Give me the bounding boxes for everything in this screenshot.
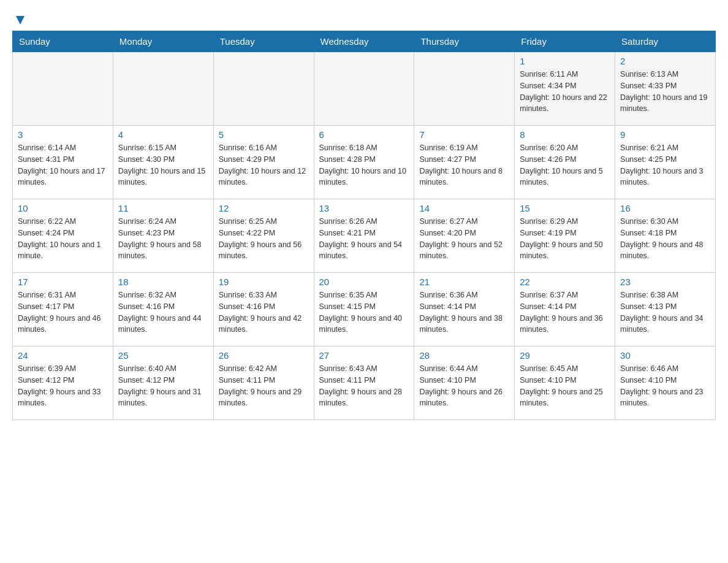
- day-number: 25: [118, 350, 208, 361]
- day-info: Sunrise: 6:21 AM Sunset: 4:25 PM Dayligh…: [620, 142, 710, 188]
- day-number: 10: [18, 203, 108, 213]
- day-info: Sunrise: 6:22 AM Sunset: 4:24 PM Dayligh…: [18, 216, 108, 262]
- day-number: 30: [620, 350, 710, 361]
- page-header: [12, 12, 716, 25]
- day-info: Sunrise: 6:25 AM Sunset: 4:22 PM Dayligh…: [219, 216, 309, 262]
- calendar-week-row: 10Sunrise: 6:22 AM Sunset: 4:24 PM Dayli…: [13, 199, 716, 273]
- day-info: Sunrise: 6:18 AM Sunset: 4:28 PM Dayligh…: [319, 142, 409, 188]
- calendar-cell: 19Sunrise: 6:33 AM Sunset: 4:16 PM Dayli…: [213, 273, 314, 347]
- day-info: Sunrise: 6:37 AM Sunset: 4:14 PM Dayligh…: [520, 289, 610, 335]
- day-info: Sunrise: 6:19 AM Sunset: 4:27 PM Dayligh…: [419, 142, 509, 188]
- weekday-header-saturday: Saturday: [615, 31, 716, 52]
- calendar-cell: 3Sunrise: 6:14 AM Sunset: 4:31 PM Daylig…: [13, 126, 113, 199]
- day-number: 2: [620, 56, 710, 66]
- day-number: 19: [219, 277, 309, 287]
- day-number: 7: [419, 129, 509, 140]
- day-info: Sunrise: 6:38 AM Sunset: 4:13 PM Dayligh…: [620, 289, 710, 335]
- calendar-cell: [314, 52, 414, 126]
- day-info: Sunrise: 6:43 AM Sunset: 4:11 PM Dayligh…: [319, 363, 409, 409]
- day-number: 14: [419, 203, 509, 213]
- weekday-header-monday: Monday: [113, 31, 213, 52]
- calendar-week-row: 3Sunrise: 6:14 AM Sunset: 4:31 PM Daylig…: [13, 126, 716, 199]
- day-info: Sunrise: 6:33 AM Sunset: 4:16 PM Dayligh…: [219, 289, 309, 335]
- calendar-cell: 6Sunrise: 6:18 AM Sunset: 4:28 PM Daylig…: [314, 126, 414, 199]
- calendar-cell: 18Sunrise: 6:32 AM Sunset: 4:16 PM Dayli…: [113, 273, 213, 347]
- calendar-cell: 29Sunrise: 6:45 AM Sunset: 4:10 PM Dayli…: [515, 347, 615, 420]
- calendar-week-row: 17Sunrise: 6:31 AM Sunset: 4:17 PM Dayli…: [13, 273, 716, 347]
- calendar-cell: [414, 52, 515, 126]
- calendar-cell: 12Sunrise: 6:25 AM Sunset: 4:22 PM Dayli…: [213, 199, 314, 273]
- day-info: Sunrise: 6:42 AM Sunset: 4:11 PM Dayligh…: [219, 363, 309, 409]
- day-number: 5: [219, 129, 309, 140]
- day-number: 18: [118, 277, 208, 287]
- day-number: 27: [319, 350, 409, 361]
- day-info: Sunrise: 6:40 AM Sunset: 4:12 PM Dayligh…: [118, 363, 208, 409]
- calendar-cell: 26Sunrise: 6:42 AM Sunset: 4:11 PM Dayli…: [213, 347, 314, 420]
- day-info: Sunrise: 6:44 AM Sunset: 4:10 PM Dayligh…: [419, 363, 509, 409]
- day-info: Sunrise: 6:39 AM Sunset: 4:12 PM Dayligh…: [18, 363, 108, 409]
- calendar-cell: 14Sunrise: 6:27 AM Sunset: 4:20 PM Dayli…: [414, 199, 515, 273]
- day-info: Sunrise: 6:30 AM Sunset: 4:18 PM Dayligh…: [620, 216, 710, 262]
- logo-arrow-icon: [13, 13, 27, 27]
- calendar-cell: 24Sunrise: 6:39 AM Sunset: 4:12 PM Dayli…: [13, 347, 113, 420]
- day-info: Sunrise: 6:35 AM Sunset: 4:15 PM Dayligh…: [319, 289, 409, 335]
- calendar-cell: 20Sunrise: 6:35 AM Sunset: 4:15 PM Dayli…: [314, 273, 414, 347]
- day-number: 9: [620, 129, 710, 140]
- calendar-table: SundayMondayTuesdayWednesdayThursdayFrid…: [12, 31, 716, 420]
- day-info: Sunrise: 6:14 AM Sunset: 4:31 PM Dayligh…: [18, 142, 108, 188]
- calendar-cell: 28Sunrise: 6:44 AM Sunset: 4:10 PM Dayli…: [414, 347, 515, 420]
- weekday-header-tuesday: Tuesday: [213, 31, 314, 52]
- day-number: 17: [18, 277, 108, 287]
- calendar-cell: 25Sunrise: 6:40 AM Sunset: 4:12 PM Dayli…: [113, 347, 213, 420]
- calendar-cell: 27Sunrise: 6:43 AM Sunset: 4:11 PM Dayli…: [314, 347, 414, 420]
- day-number: 6: [319, 129, 409, 140]
- logo: [12, 12, 27, 25]
- day-info: Sunrise: 6:13 AM Sunset: 4:33 PM Dayligh…: [620, 69, 710, 115]
- calendar-cell: 7Sunrise: 6:19 AM Sunset: 4:27 PM Daylig…: [414, 126, 515, 199]
- day-number: 28: [419, 350, 509, 361]
- calendar-cell: 9Sunrise: 6:21 AM Sunset: 4:25 PM Daylig…: [615, 126, 716, 199]
- calendar-cell: 13Sunrise: 6:26 AM Sunset: 4:21 PM Dayli…: [314, 199, 414, 273]
- day-number: 3: [18, 129, 108, 140]
- calendar-header-row: SundayMondayTuesdayWednesdayThursdayFrid…: [13, 31, 716, 52]
- calendar-cell: 1Sunrise: 6:11 AM Sunset: 4:34 PM Daylig…: [515, 52, 615, 126]
- day-info: Sunrise: 6:27 AM Sunset: 4:20 PM Dayligh…: [419, 216, 509, 262]
- day-number: 29: [520, 350, 610, 361]
- day-info: Sunrise: 6:15 AM Sunset: 4:30 PM Dayligh…: [118, 142, 208, 188]
- calendar-cell: 23Sunrise: 6:38 AM Sunset: 4:13 PM Dayli…: [615, 273, 716, 347]
- day-number: 8: [520, 129, 610, 140]
- day-number: 22: [520, 277, 610, 287]
- day-number: 4: [118, 129, 208, 140]
- day-info: Sunrise: 6:11 AM Sunset: 4:34 PM Dayligh…: [520, 69, 610, 115]
- calendar-cell: 22Sunrise: 6:37 AM Sunset: 4:14 PM Dayli…: [515, 273, 615, 347]
- day-number: 15: [520, 203, 610, 213]
- day-number: 20: [319, 277, 409, 287]
- weekday-header-sunday: Sunday: [13, 31, 113, 52]
- day-number: 21: [419, 277, 509, 287]
- calendar-cell: 2Sunrise: 6:13 AM Sunset: 4:33 PM Daylig…: [615, 52, 716, 126]
- day-info: Sunrise: 6:32 AM Sunset: 4:16 PM Dayligh…: [118, 289, 208, 335]
- day-info: Sunrise: 6:36 AM Sunset: 4:14 PM Dayligh…: [419, 289, 509, 335]
- calendar-cell: 4Sunrise: 6:15 AM Sunset: 4:30 PM Daylig…: [113, 126, 213, 199]
- calendar-cell: [113, 52, 213, 126]
- day-info: Sunrise: 6:20 AM Sunset: 4:26 PM Dayligh…: [520, 142, 610, 188]
- calendar-cell: 30Sunrise: 6:46 AM Sunset: 4:10 PM Dayli…: [615, 347, 716, 420]
- day-info: Sunrise: 6:29 AM Sunset: 4:19 PM Dayligh…: [520, 216, 610, 262]
- day-number: 16: [620, 203, 710, 213]
- calendar-cell: 16Sunrise: 6:30 AM Sunset: 4:18 PM Dayli…: [615, 199, 716, 273]
- day-info: Sunrise: 6:26 AM Sunset: 4:21 PM Dayligh…: [319, 216, 409, 262]
- day-number: 23: [620, 277, 710, 287]
- calendar-week-row: 24Sunrise: 6:39 AM Sunset: 4:12 PM Dayli…: [13, 347, 716, 420]
- logo-block: [12, 12, 27, 25]
- calendar-cell: 15Sunrise: 6:29 AM Sunset: 4:19 PM Dayli…: [515, 199, 615, 273]
- calendar-cell: [13, 52, 113, 126]
- svg-marker-0: [16, 16, 25, 25]
- day-info: Sunrise: 6:31 AM Sunset: 4:17 PM Dayligh…: [18, 289, 108, 335]
- calendar-cell: 8Sunrise: 6:20 AM Sunset: 4:26 PM Daylig…: [515, 126, 615, 199]
- day-number: 12: [219, 203, 309, 213]
- calendar-cell: 5Sunrise: 6:16 AM Sunset: 4:29 PM Daylig…: [213, 126, 314, 199]
- calendar-cell: 21Sunrise: 6:36 AM Sunset: 4:14 PM Dayli…: [414, 273, 515, 347]
- day-number: 24: [18, 350, 108, 361]
- calendar-week-row: 1Sunrise: 6:11 AM Sunset: 4:34 PM Daylig…: [13, 52, 716, 126]
- calendar-cell: 10Sunrise: 6:22 AM Sunset: 4:24 PM Dayli…: [13, 199, 113, 273]
